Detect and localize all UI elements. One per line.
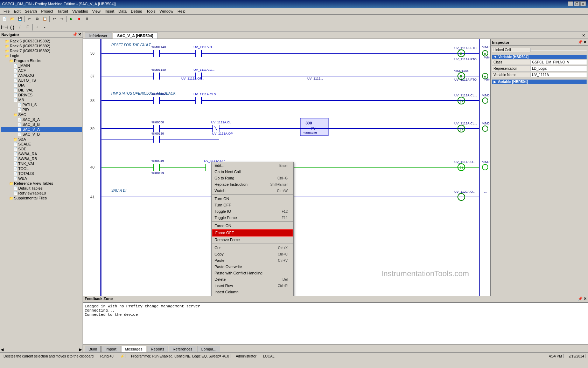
bottom-tab-compa...[interactable]: Compa... <box>197 346 220 352</box>
context-item-go-to-next-coil[interactable]: Go to Next Coil <box>212 169 293 175</box>
menu-item-file[interactable]: File <box>1 9 12 14</box>
tree-item[interactable]: 📄_MAIN <box>1 63 82 68</box>
tree-item[interactable]: 📁Reference View Tables <box>1 181 82 186</box>
tree-item[interactable]: 📄SAC_V_A <box>1 127 82 132</box>
context-item-toggle-io[interactable]: Toggle IOF12 <box>212 208 293 214</box>
menu-item-insert[interactable]: Insert <box>103 9 117 14</box>
ncontact-btn[interactable]: / <box>16 24 24 31</box>
nav-close-btn[interactable]: ✕ <box>78 32 81 37</box>
menu-item-debug[interactable]: Debug <box>129 9 144 14</box>
nav-scroll-left[interactable]: ◀ <box>1 347 4 352</box>
fb-btn[interactable]: F <box>24 24 31 31</box>
tree-item[interactable]: 📄WBA <box>1 176 82 181</box>
menu-item-variables[interactable]: Variables <box>70 9 90 14</box>
tree-item[interactable]: 📄TNK_VAL <box>1 161 82 166</box>
tree-item[interactable]: 📄SWBA_RB <box>1 156 82 161</box>
tree-item[interactable]: 📄DIL_VAL <box>1 88 82 93</box>
menu-item-target[interactable]: Target <box>55 9 70 14</box>
run-btn[interactable]: ▶ <box>68 15 75 22</box>
zoom-in[interactable]: + <box>33 24 41 31</box>
feedback-pin-btn[interactable]: 📌 <box>578 297 583 301</box>
context-item-copy[interactable]: CopyCtrl+C <box>212 251 293 257</box>
contact-btn[interactable]: ⊢⊣ <box>1 24 8 31</box>
tree-item[interactable]: 📄SAC_S_B <box>1 122 82 127</box>
tree-item[interactable]: 📄Default Tables <box>1 186 82 191</box>
nav-scroll-right[interactable]: ▶ <box>79 347 82 352</box>
new-btn[interactable]: 📄 <box>1 15 8 22</box>
tree-item[interactable]: 📄DIA <box>1 83 82 88</box>
tab-sac[interactable]: SAC_V_A [HBR504] <box>113 33 158 39</box>
open-btn[interactable]: 📂 <box>8 15 16 22</box>
context-item-toggle-force[interactable]: Toggle ForceF11 <box>212 214 293 221</box>
context-item-turn-off[interactable]: Turn OFF <box>212 202 293 208</box>
bottom-tab-import[interactable]: Import <box>102 346 120 352</box>
save-btn[interactable]: 💾 <box>16 15 24 22</box>
tree-item[interactable]: 📄SAC_S_A <box>1 117 82 122</box>
menu-item-window[interactable]: Window <box>158 9 175 14</box>
restore-button[interactable]: ❐ <box>574 1 580 6</box>
menu-item-view[interactable]: View <box>90 9 103 14</box>
tree-item[interactable]: 📁Supplemental Files <box>1 196 82 200</box>
tree-item[interactable]: 📄DRIVES <box>1 93 82 97</box>
nav-pin-btn[interactable]: 📌 <box>72 32 77 37</box>
ladder-area[interactable]: RESET FOR THE FAULT %M01140 UV_1111A.H..… <box>83 39 490 296</box>
tree-item[interactable]: 📁SAC <box>1 112 82 117</box>
context-item-insert-row[interactable]: Insert RowCtrl+R <box>212 282 293 289</box>
stop-btn[interactable]: ■ <box>75 15 83 22</box>
tree-item[interactable]: 📄RefViewTable10 <box>1 191 82 196</box>
context-item-replace-instruction[interactable]: Replace InstructionShift+Enter <box>212 181 293 188</box>
menu-item-data[interactable]: Data <box>117 9 129 14</box>
tab-close-btn[interactable]: ✕ <box>581 33 587 39</box>
inspector-close-btn[interactable]: ✕ <box>583 40 587 45</box>
context-item-cut[interactable]: CutCtrl+X <box>212 245 293 251</box>
tree-item[interactable]: 📁Rack 6 (IC693CHS392) <box>1 43 82 48</box>
context-item-paste-with-conflict-handling[interactable]: Paste with Conflict Handling <box>212 270 293 276</box>
variable2-section-header[interactable]: ▶ Variable [HBR504] <box>492 80 587 84</box>
tree-item[interactable]: 📄SCALE <box>1 142 82 146</box>
tree-item[interactable]: 📁Logic <box>1 53 82 58</box>
paste-btn[interactable]: 📋 <box>41 15 49 22</box>
bottom-tab-messages[interactable]: Messages <box>121 346 146 352</box>
inspector-pin-btn[interactable]: 📌 <box>578 40 583 45</box>
menu-item-project[interactable]: Project <box>39 9 55 14</box>
context-item-insert-column[interactable]: Insert Column <box>212 289 293 295</box>
redo-btn[interactable]: ↪ <box>58 15 66 22</box>
menu-item-edit[interactable]: Edit <box>12 9 23 14</box>
context-item-remove-force[interactable]: Remove Force <box>212 237 293 243</box>
tree-item[interactable]: 📄ANALOG <box>1 73 82 78</box>
close-button[interactable]: ✕ <box>580 1 586 6</box>
zoom-out[interactable]: - <box>41 24 49 31</box>
context-item-paste[interactable]: PasteCtrl+V <box>212 257 293 264</box>
minimize-button[interactable]: ─ <box>568 1 573 6</box>
context-item-edit[interactable]: Edit...Enter <box>212 162 293 169</box>
tree-item[interactable]: 📄SWBA_RA <box>1 151 82 156</box>
context-item-watch[interactable]: WatchCtrl+W <box>212 188 293 194</box>
menu-item-search[interactable]: Search <box>23 9 39 14</box>
tab-infoviewer[interactable]: InfoViewer <box>85 33 112 39</box>
tree-item[interactable]: 📄AUTO_TS <box>1 78 82 83</box>
menu-item-help[interactable]: Help <box>175 9 188 14</box>
tree-item[interactable]: 📄SOE <box>1 146 82 151</box>
tree-item[interactable]: 📄ACF <box>1 68 82 73</box>
bottom-tab-reports[interactable]: Reports <box>147 346 168 352</box>
menu-item-tools[interactable]: Tools <box>144 9 158 14</box>
context-item-paste-overwrite[interactable]: Paste Overwrite <box>212 264 293 270</box>
tree-item[interactable]: 📄PID <box>1 107 82 112</box>
context-item-turn-on[interactable]: Turn ON <box>212 196 293 202</box>
tree-item[interactable]: 📄TOOL <box>1 166 82 171</box>
tree-item[interactable]: 📄PATH_S <box>1 102 82 107</box>
bottom-tab-build[interactable]: Build <box>85 346 101 352</box>
tree-item[interactable]: 📁SBA <box>1 137 82 142</box>
tree-item[interactable]: 📁Rack 7 (IC693CHS392) <box>1 48 82 53</box>
bottom-tab-references[interactable]: References <box>169 346 196 352</box>
coil-btn[interactable]: ( ) <box>8 24 16 31</box>
tree-item[interactable]: 📁Rack 5 (IC693CHS392) <box>1 39 82 43</box>
cut-btn[interactable]: ✂ <box>26 15 33 22</box>
tree-item[interactable]: 📁Program Blocks <box>1 58 82 63</box>
variable-section-header[interactable]: ▼ Variable [HBR504] <box>492 55 587 59</box>
tree-item[interactable]: 📄TOTALIS <box>1 171 82 176</box>
copy-btn[interactable]: ⧉ <box>33 15 41 22</box>
context-item-go-to-rung[interactable]: Go to RungCtrl+G <box>212 175 293 181</box>
context-item-delete[interactable]: DeleteDel <box>212 276 293 282</box>
undo-btn[interactable]: ↩ <box>50 15 58 22</box>
